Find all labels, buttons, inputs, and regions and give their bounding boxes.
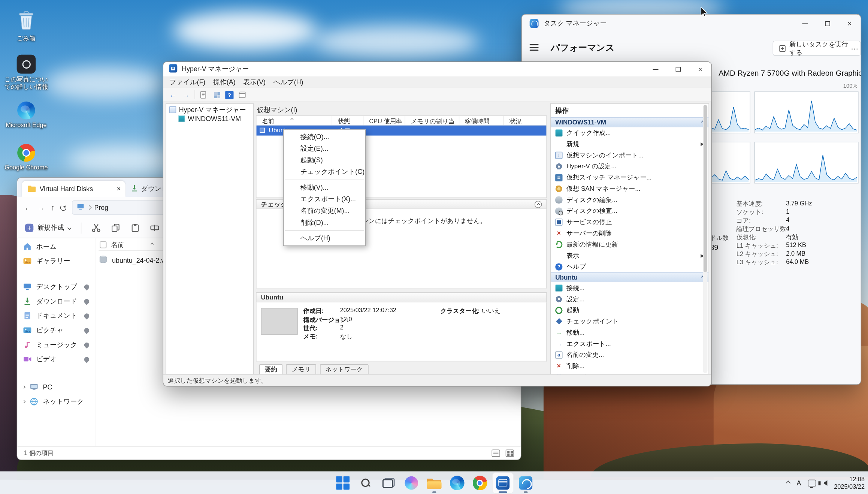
menu-action[interactable]: 操作(A)	[209, 77, 239, 87]
context-export[interactable]: エクスポート(X)...	[284, 193, 365, 205]
context-checkpoint[interactable]: チェックポイント(C)	[284, 166, 365, 178]
more-options-button[interactable]: …	[851, 42, 859, 51]
menu-help[interactable]: ヘルプ(H)	[269, 77, 307, 87]
action-quick-create[interactable]: クイック作成...	[551, 127, 708, 138]
desktop-icon-recycle-bin[interactable]: ごみ箱	[2, 10, 50, 42]
window-icon[interactable]	[237, 90, 247, 100]
back-icon[interactable]: ←	[24, 203, 32, 212]
rename-button[interactable]	[150, 223, 159, 232]
refresh-icon[interactable]	[60, 204, 66, 210]
column-uptime[interactable]: 稼働時間	[459, 116, 504, 125]
context-start[interactable]: 起動(S)	[284, 154, 365, 166]
action-delete[interactable]: 削除...	[551, 360, 708, 371]
cut-button[interactable]	[91, 223, 101, 232]
context-connect[interactable]: 接続(O)...	[284, 131, 365, 143]
sidebar-item-home[interactable]: ホーム	[19, 239, 93, 254]
desktop-icon-edge[interactable]: Microsoft Edge	[2, 102, 50, 129]
scrollbar-thumb[interactable]	[704, 105, 707, 272]
tab-network[interactable]: ネットワーク	[320, 364, 369, 375]
list-view-icon[interactable]	[492, 449, 500, 457]
ime-indicator[interactable]: A	[796, 479, 801, 487]
action-hyperv-settings[interactable]: Hyper-V の設定...	[551, 161, 708, 172]
actions-group-vm-header[interactable]: Ubuntu	[551, 272, 708, 282]
export-list-icon[interactable]	[199, 90, 209, 100]
maximize-button[interactable]	[816, 15, 839, 33]
sidebar-item-desktop[interactable]: デスクトップ	[19, 280, 93, 294]
tab-close-icon[interactable]: ×	[117, 185, 121, 192]
menu-view[interactable]: 表示(V)	[239, 77, 269, 87]
close-button[interactable]: ×	[689, 62, 711, 76]
action-rename[interactable]: 名前の変更...	[551, 349, 708, 361]
tab-summary[interactable]: 要約	[259, 364, 283, 375]
column-cpu[interactable]: CPU 使用率	[363, 116, 405, 125]
explorer-tab-active[interactable]: Virtual Hard Disks ×	[22, 181, 125, 197]
new-button[interactable]: + 新規作成	[25, 223, 71, 232]
sidebar-item-gallery[interactable]: ギャラリー	[19, 254, 93, 268]
up-icon[interactable]: ↑	[51, 203, 54, 212]
desktop-icon-photo-info[interactable]: この写真についての詳しい情報	[2, 55, 50, 90]
actions-group-server-header[interactable]: WINDOWS11-VM	[551, 117, 708, 127]
maximize-button[interactable]	[667, 62, 689, 76]
action-settings[interactable]: 設定...	[551, 293, 708, 305]
action-virtual-san-manager[interactable]: 仮想 SAN マネージャー...	[551, 183, 708, 194]
context-help[interactable]: ヘルプ(H)	[284, 233, 365, 244]
tree-root[interactable]: Hyper-V マネージャー	[166, 105, 253, 114]
menu-file[interactable]: ファイル(F)	[166, 77, 209, 87]
tab-memory[interactable]: メモリ	[286, 364, 316, 375]
column-state[interactable]: 状態	[332, 116, 363, 125]
sidebar-item-pictures[interactable]: ピクチャ	[19, 323, 93, 338]
column-status[interactable]: 状況	[504, 116, 546, 125]
close-button[interactable]: ×	[838, 15, 861, 33]
column-name[interactable]: 名前	[257, 116, 332, 125]
action-inspect-disk[interactable]: ディスクの検査...	[551, 205, 708, 217]
minimize-button[interactable]	[794, 15, 816, 33]
thumbnail-view-icon[interactable]	[506, 449, 514, 457]
taskmgr-button[interactable]	[515, 472, 536, 494]
properties-grid-icon[interactable]	[212, 90, 222, 100]
tray-chevron-icon[interactable]	[786, 481, 791, 485]
action-remove-server[interactable]: サーバーの削除	[551, 228, 708, 239]
help-icon[interactable]: ?	[225, 91, 233, 99]
action-stop-service[interactable]: サービスの停止	[551, 216, 708, 228]
desktop-icon-chrome[interactable]: Google Chrome	[2, 144, 50, 171]
select-all-checkbox[interactable]	[100, 241, 106, 248]
system-tray-icons[interactable]	[808, 480, 827, 487]
hyperv-button[interactable]	[492, 472, 513, 494]
actions-scrollbar[interactable]	[703, 105, 708, 373]
sidebar-item-downloads[interactable]: ダウンロード	[19, 294, 93, 308]
sidebar-item-music[interactable]: ミュージック	[19, 337, 93, 352]
minimize-button[interactable]	[644, 62, 667, 76]
back-icon[interactable]: ←	[168, 90, 178, 100]
explorer-button[interactable]	[423, 472, 445, 494]
context-move[interactable]: 移動(V)...	[284, 182, 365, 193]
action-help[interactable]: ヘルプ	[551, 261, 708, 272]
expander-chevron-icon[interactable]	[22, 386, 25, 389]
copilot-button[interactable]	[400, 472, 422, 494]
chrome-button[interactable]	[469, 472, 490, 494]
edge-button[interactable]	[446, 472, 468, 494]
run-new-task-button[interactable]: + 新しいタスクを実行する	[773, 41, 861, 56]
column-memory[interactable]: メモリの割り当て	[405, 116, 459, 125]
context-settings[interactable]: 設定(E)...	[284, 143, 365, 154]
context-rename[interactable]: 名前の変更(M)...	[284, 205, 365, 217]
action-new[interactable]: 新規▶	[551, 138, 708, 150]
sidebar-item-documents[interactable]: ドキュメント	[19, 308, 93, 323]
action-move[interactable]: 移動...	[551, 327, 708, 338]
expander-chevron-icon[interactable]	[22, 400, 25, 403]
sidebar-item-videos[interactable]: ビデオ	[19, 352, 93, 367]
action-import-vm[interactable]: 仮想マシンのインポート...	[551, 150, 708, 161]
sidebar-item-network[interactable]: ネットワーク	[19, 394, 93, 409]
action-export[interactable]: エクスポート...	[551, 338, 708, 349]
action-connect[interactable]: 接続...	[551, 282, 708, 293]
context-delete[interactable]: 削除(D)...	[284, 217, 365, 229]
copy-button[interactable]	[111, 223, 120, 232]
action-start[interactable]: 起動	[551, 305, 708, 316]
menu-hamburger-icon[interactable]	[530, 44, 539, 51]
action-checkpoint[interactable]: チェックポイント	[551, 316, 708, 327]
task-view-button[interactable]	[378, 472, 399, 494]
column-header-name[interactable]: 名前	[111, 240, 124, 250]
search-button[interactable]	[355, 472, 376, 494]
action-view[interactable]: 表示▶	[551, 250, 708, 261]
action-refresh[interactable]: 最新の情報に更新	[551, 239, 708, 250]
collapse-checkpoints-button[interactable]	[535, 201, 542, 208]
